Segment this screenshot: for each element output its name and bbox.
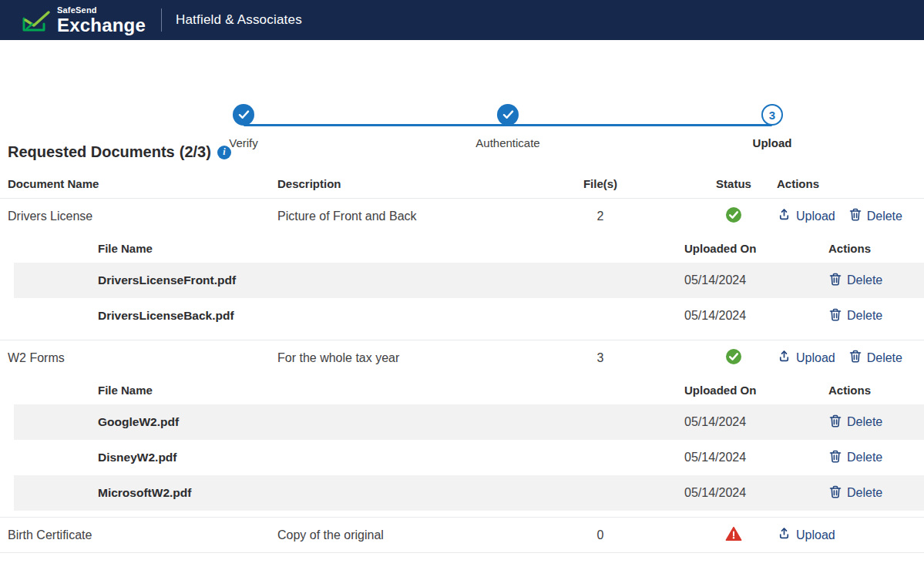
file-name: GoogleW2.pdf bbox=[14, 415, 684, 429]
trash-icon bbox=[828, 449, 842, 467]
document-name: W2 Forms bbox=[8, 351, 277, 365]
document-actions: Upload Delete bbox=[777, 349, 924, 367]
safesend-logo: SafeSend Exchange bbox=[22, 6, 146, 35]
trash-icon bbox=[828, 484, 842, 502]
trash-icon bbox=[848, 207, 862, 225]
file-rows: DriversLicenseFront.pdf 05/14/2024 Delet… bbox=[14, 263, 924, 334]
documents-table-header: Document Name Description File(s) Status… bbox=[0, 169, 924, 198]
upload-button[interactable]: Upload bbox=[777, 349, 835, 367]
trash-icon bbox=[828, 272, 842, 290]
brand-exchange: Exchange bbox=[57, 16, 146, 35]
document-group: Drivers License Picture of Front and Bac… bbox=[0, 198, 924, 334]
document-description: For the whole tax year bbox=[277, 351, 510, 365]
col-header-file-name: File Name bbox=[14, 384, 684, 397]
step-authenticate: Authenticate bbox=[423, 104, 593, 149]
file-name: MicrosoftW2.pdf bbox=[14, 486, 684, 500]
delete-file-button[interactable]: Delete bbox=[828, 307, 882, 325]
step-label-authenticate: Authenticate bbox=[423, 136, 593, 149]
col-header-uploaded-on: Uploaded On bbox=[684, 384, 815, 397]
status-cell bbox=[690, 348, 777, 368]
upload-button[interactable]: Upload bbox=[777, 526, 835, 544]
file-uploaded-on: 05/14/2024 bbox=[684, 309, 815, 323]
success-icon bbox=[725, 206, 742, 226]
success-icon bbox=[725, 348, 742, 368]
delete-button[interactable]: Delete bbox=[848, 349, 902, 367]
file-rows: GoogleW2.pdf 05/14/2024 Delete DisneyW2.… bbox=[14, 404, 924, 511]
file-row: GoogleW2.pdf 05/14/2024 Delete bbox=[14, 404, 924, 440]
upload-icon bbox=[777, 349, 791, 367]
top-bar: SafeSend Exchange Hatfield & Associates bbox=[0, 0, 924, 40]
col-header-uploaded-on: Uploaded On bbox=[684, 242, 815, 255]
delete-button[interactable]: Delete bbox=[848, 207, 902, 225]
delete-file-button-label: Delete bbox=[847, 451, 882, 464]
upload-icon bbox=[777, 526, 791, 544]
delete-file-button-label: Delete bbox=[847, 415, 882, 429]
upload-button[interactable]: Upload bbox=[777, 207, 835, 225]
step-number-badge: 3 bbox=[761, 104, 783, 126]
document-file-count: 2 bbox=[510, 210, 690, 223]
document-group: Birth Certificate Copy of the original 0 bbox=[0, 517, 924, 552]
col-header-status: Status bbox=[690, 177, 777, 190]
step-label-verify: Verify bbox=[159, 136, 328, 149]
file-uploaded-on: 05/14/2024 bbox=[684, 415, 815, 429]
header-divider bbox=[161, 8, 162, 32]
delete-file-button-label: Delete bbox=[847, 273, 882, 287]
page-title-text: Requested Documents bbox=[8, 143, 175, 161]
status-cell bbox=[690, 206, 777, 226]
delete-file-button-label: Delete bbox=[847, 486, 882, 500]
file-uploaded-on: 05/14/2024 bbox=[684, 451, 815, 464]
progress-stepper: Verify Authenticate 3 Upload bbox=[0, 40, 924, 132]
document-row: W2 Forms For the whole tax year 3 bbox=[0, 340, 924, 375]
document-group: W2 Forms For the whole tax year 3 bbox=[0, 340, 924, 511]
step-label-upload: Upload bbox=[687, 136, 857, 149]
document-name: Birth Certificate bbox=[8, 528, 277, 542]
upload-button-label: Upload bbox=[796, 351, 835, 365]
file-row: MicrosoftW2.pdf 05/14/2024 Delete bbox=[14, 475, 924, 511]
warning-icon bbox=[725, 526, 742, 545]
file-row: DriversLicenseBack.pdf 05/14/2024 Delete bbox=[14, 298, 924, 334]
document-actions: Upload Delete bbox=[777, 207, 924, 225]
col-header-description: Description bbox=[277, 177, 510, 190]
file-uploaded-on: 05/14/2024 bbox=[684, 273, 815, 287]
document-file-count: 3 bbox=[510, 351, 690, 365]
brand-safesend: SafeSend bbox=[57, 6, 146, 15]
documents-table: Drivers License Picture of Front and Bac… bbox=[0, 198, 924, 553]
document-name: Drivers License bbox=[8, 210, 277, 223]
step-complete-check-icon bbox=[497, 104, 519, 126]
document-file-count: 0 bbox=[510, 528, 690, 542]
col-header-actions: Actions bbox=[777, 177, 924, 190]
file-subtable-header: File Name Uploaded On Actions bbox=[14, 375, 924, 404]
document-row: Drivers License Picture of Front and Bac… bbox=[0, 198, 924, 233]
file-subtable: File Name Uploaded On Actions GoogleW2.p… bbox=[14, 375, 924, 511]
delete-file-button[interactable]: Delete bbox=[828, 414, 882, 431]
step-complete-check-icon bbox=[233, 104, 254, 126]
step-upload: 3 Upload bbox=[687, 104, 857, 149]
col-header-document-name: Document Name bbox=[8, 177, 277, 190]
delete-file-button[interactable]: Delete bbox=[828, 272, 882, 290]
file-row: DisneyW2.pdf 05/14/2024 Delete bbox=[14, 440, 924, 475]
brand-text: SafeSend Exchange bbox=[57, 6, 146, 35]
file-row: DriversLicenseFront.pdf 05/14/2024 Delet… bbox=[14, 263, 924, 298]
file-subtable: File Name Uploaded On Actions DriversLic… bbox=[14, 233, 924, 334]
file-uploaded-on: 05/14/2024 bbox=[684, 486, 815, 500]
delete-file-button-label: Delete bbox=[847, 309, 882, 323]
col-header-files: File(s) bbox=[510, 177, 690, 190]
file-name: DriversLicenseBack.pdf bbox=[14, 309, 684, 323]
col-header-file-actions: Actions bbox=[815, 242, 924, 255]
trash-icon bbox=[828, 414, 842, 431]
step-verify: Verify bbox=[159, 104, 328, 149]
delete-file-button[interactable]: Delete bbox=[828, 449, 882, 467]
envelope-logo-icon bbox=[22, 8, 51, 35]
file-name: DriversLicenseFront.pdf bbox=[14, 273, 684, 287]
col-header-file-name: File Name bbox=[14, 242, 684, 255]
document-row: Birth Certificate Copy of the original 0 bbox=[0, 517, 924, 552]
delete-file-button[interactable]: Delete bbox=[828, 484, 882, 502]
file-name: DisneyW2.pdf bbox=[14, 451, 684, 464]
delete-button-label: Delete bbox=[867, 210, 902, 223]
upload-button-label: Upload bbox=[796, 528, 835, 542]
trash-icon bbox=[848, 349, 862, 367]
document-actions: Upload bbox=[777, 526, 924, 544]
status-cell bbox=[690, 526, 777, 545]
col-header-file-actions: Actions bbox=[815, 384, 924, 397]
delete-button-label: Delete bbox=[867, 351, 902, 365]
